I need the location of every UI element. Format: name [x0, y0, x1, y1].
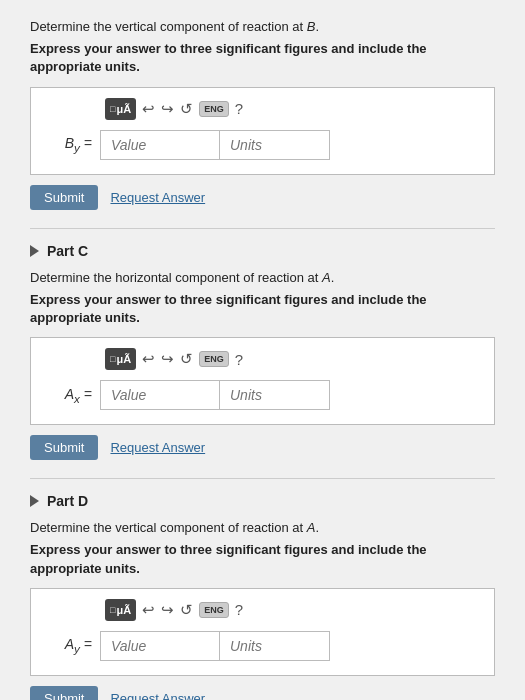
part-c-answer-box: □μÃ ↩ ↪ ↺ ENG ? Ax =	[30, 337, 495, 425]
part-d-instruction: Express your answer to three significant…	[30, 541, 495, 577]
part-c-units-input[interactable]	[220, 380, 330, 410]
part-c-label: Part C	[47, 243, 88, 259]
part-c-request-answer-link[interactable]: Request Answer	[110, 440, 205, 455]
part-c-kbd-btn[interactable]: ENG	[199, 351, 229, 367]
part-d-variable-label: Ay =	[45, 636, 100, 655]
part-d-input-row: Ay =	[45, 631, 480, 661]
part-b-variable-label: By =	[45, 135, 100, 154]
part-d-collapse-icon[interactable]	[30, 495, 39, 507]
part-d-section: Part D Determine the vertical component …	[30, 493, 495, 700]
part-c-help-icon[interactable]: ?	[235, 351, 243, 368]
part-b-undo-icon[interactable]: ↩	[142, 100, 155, 118]
part-c-value-input[interactable]	[100, 380, 220, 410]
part-c-instruction: Express your answer to three significant…	[30, 291, 495, 327]
part-c-action-row: Submit Request Answer	[30, 435, 495, 460]
part-d-units-input[interactable]	[220, 631, 330, 661]
part-b-reset-icon[interactable]: ↺	[180, 100, 193, 118]
part-c-redo-icon[interactable]: ↪	[161, 350, 174, 368]
part-d-request-answer-link[interactable]: Request Answer	[110, 691, 205, 700]
part-c-undo-icon[interactable]: ↩	[142, 350, 155, 368]
part-d-reset-icon[interactable]: ↺	[180, 601, 193, 619]
part-b-instruction: Express your answer to three significant…	[30, 40, 495, 76]
part-d-undo-icon[interactable]: ↩	[142, 601, 155, 619]
part-b-value-input[interactable]	[100, 130, 220, 160]
part-c-reset-icon[interactable]: ↺	[180, 350, 193, 368]
part-c-input-row: Ax =	[45, 380, 480, 410]
part-b-units-input[interactable]	[220, 130, 330, 160]
part-d-matrix-btn[interactable]: □μÃ	[105, 599, 136, 621]
part-d-label: Part D	[47, 493, 88, 509]
part-b-submit-button[interactable]: Submit	[30, 185, 98, 210]
part-c-collapse-icon[interactable]	[30, 245, 39, 257]
part-d-action-row: Submit Request Answer	[30, 686, 495, 700]
divider-cd	[30, 478, 495, 479]
part-d-submit-button[interactable]: Submit	[30, 686, 98, 700]
part-d-redo-icon[interactable]: ↪	[161, 601, 174, 619]
part-b-help-icon[interactable]: ?	[235, 100, 243, 117]
part-d-answer-box: □μÃ ↩ ↪ ↺ ENG ? Ay =	[30, 588, 495, 676]
part-d-description: Determine the vertical component of reac…	[30, 519, 495, 537]
part-d-toolbar: □μÃ ↩ ↪ ↺ ENG ?	[45, 599, 480, 621]
part-b-matrix-btn[interactable]: □μÃ	[105, 98, 136, 120]
part-b-request-answer-link[interactable]: Request Answer	[110, 190, 205, 205]
part-d-header: Part D	[30, 493, 495, 509]
part-b-section: Determine the vertical component of reac…	[30, 18, 495, 210]
part-d-help-icon[interactable]: ?	[235, 601, 243, 618]
part-b-answer-box: □μÃ ↩ ↪ ↺ ENG ? By =	[30, 87, 495, 175]
part-d-value-input[interactable]	[100, 631, 220, 661]
part-b-toolbar: □μÃ ↩ ↪ ↺ ENG ?	[45, 98, 480, 120]
part-b-input-row: By =	[45, 130, 480, 160]
part-b-redo-icon[interactable]: ↪	[161, 100, 174, 118]
part-c-section: Part C Determine the horizontal componen…	[30, 243, 495, 461]
part-b-action-row: Submit Request Answer	[30, 185, 495, 210]
part-c-variable-label: Ax =	[45, 386, 100, 405]
divider-bc	[30, 228, 495, 229]
part-b-description: Determine the vertical component of reac…	[30, 18, 495, 36]
part-c-header: Part C	[30, 243, 495, 259]
part-c-matrix-btn[interactable]: □μÃ	[105, 348, 136, 370]
part-c-toolbar: □μÃ ↩ ↪ ↺ ENG ?	[45, 348, 480, 370]
part-b-kbd-btn[interactable]: ENG	[199, 101, 229, 117]
part-c-description: Determine the horizontal component of re…	[30, 269, 495, 287]
part-d-kbd-btn[interactable]: ENG	[199, 602, 229, 618]
part-c-submit-button[interactable]: Submit	[30, 435, 98, 460]
